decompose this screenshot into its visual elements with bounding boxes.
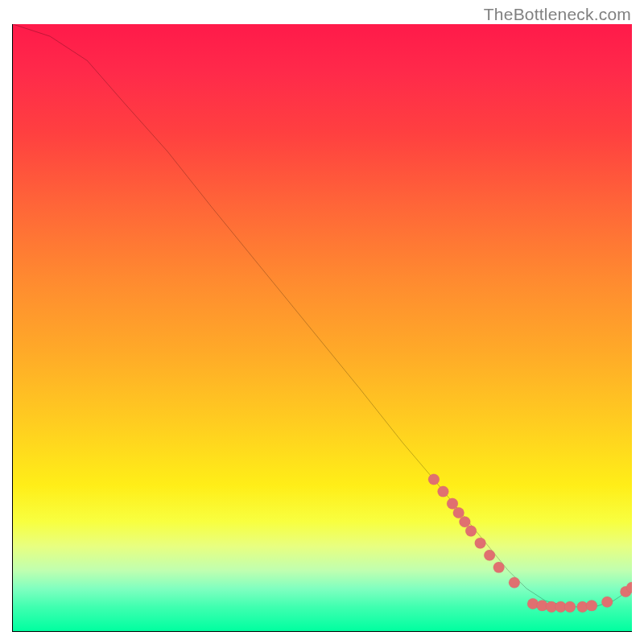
data-marker [493, 562, 505, 573]
plot-area [12, 24, 632, 632]
bottleneck-chart: TheBottleneck.com [0, 0, 644, 644]
data-marker [527, 598, 539, 609]
data-marker [601, 597, 613, 608]
data-marker [586, 601, 597, 612]
data-marker [564, 601, 576, 613]
data-marker [447, 498, 458, 510]
bottleneck-curve-path [13, 24, 632, 607]
data-marker [428, 474, 440, 485]
data-marker [484, 550, 495, 561]
data-marker [509, 577, 520, 588]
data-markers-group [428, 474, 632, 613]
data-marker [459, 516, 470, 527]
data-marker [475, 538, 486, 549]
data-marker [465, 526, 477, 537]
chart-svg [13, 24, 632, 631]
data-marker [453, 507, 464, 518]
data-marker [438, 486, 449, 497]
watermark-text: TheBottleneck.com [484, 5, 631, 24]
